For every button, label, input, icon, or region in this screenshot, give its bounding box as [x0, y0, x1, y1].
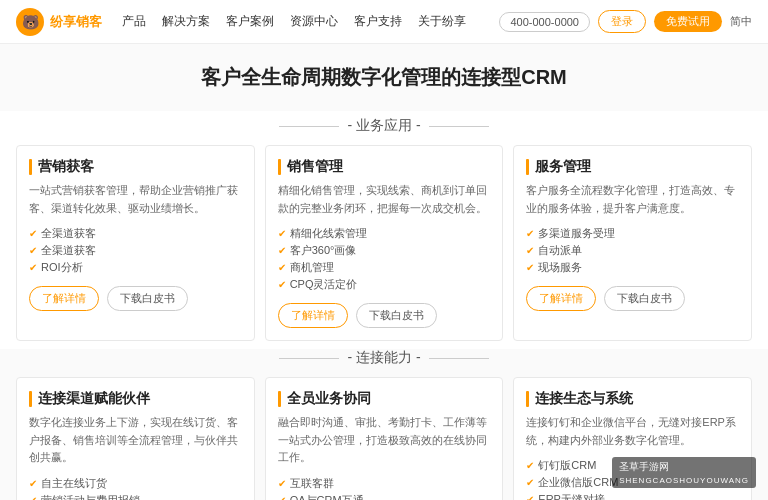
card-sales-bar: [278, 159, 281, 175]
feature-item: ✔互联客群: [278, 475, 491, 492]
nav-item-solution[interactable]: 解决方案: [162, 13, 210, 30]
nav-item-resources[interactable]: 资源中心: [290, 13, 338, 30]
logo-text: 纷享销客: [50, 13, 102, 31]
login-button[interactable]: 登录: [598, 10, 646, 33]
card-marketing-bar: [29, 159, 32, 175]
check-icon: ✔: [526, 477, 534, 488]
card-sales-header: 销售管理: [278, 158, 491, 176]
card-collab-title: 全员业务协同: [287, 390, 371, 408]
hero-section: 客户全生命周期数字化管理的连接型CRM: [0, 44, 768, 111]
card-collab-features: ✔互联客群 ✔OA与CRM互通 ✔社交化工作薄: [278, 475, 491, 500]
card-marketing: 营销获客 一站式营销获客管理，帮助企业营销推广获客、渠道转化效果、驱动业绩增长。…: [16, 145, 255, 341]
feature-item: ✔全渠道获客: [29, 225, 242, 242]
check-icon: ✔: [278, 262, 286, 273]
section1-title: - 业务应用 -: [0, 117, 768, 135]
card-service-header: 服务管理: [526, 158, 739, 176]
check-icon: ✔: [278, 495, 286, 500]
logo-icon: 🐻: [16, 8, 44, 36]
sales-whitebook-button[interactable]: 下载白皮书: [356, 303, 437, 328]
business-cards-grid: 营销获客 一站式营销获客管理，帮助企业营销推广获客、渠道转化效果、驱动业绩增长。…: [0, 145, 768, 341]
feature-item: ✔营销活动与费用报销: [29, 492, 242, 500]
language-selector[interactable]: 简中: [730, 14, 752, 29]
feature-item: ✔CPQ灵活定价: [278, 276, 491, 293]
check-icon: ✔: [278, 279, 286, 290]
card-service-title: 服务管理: [535, 158, 591, 176]
service-detail-button[interactable]: 了解详情: [526, 286, 596, 311]
card-service-features: ✔多渠道服务受理 ✔自动派单 ✔现场服务: [526, 225, 739, 276]
check-icon: ✔: [29, 262, 37, 273]
feature-item: ✔客户360°画像: [278, 242, 491, 259]
check-icon: ✔: [526, 228, 534, 239]
feature-item: ✔商机管理: [278, 259, 491, 276]
nav-item-cases[interactable]: 客户案例: [226, 13, 274, 30]
card-collab-header: 全员业务协同: [278, 390, 491, 408]
service-whitebook-button[interactable]: 下载白皮书: [604, 286, 685, 311]
check-icon: ✔: [29, 245, 37, 256]
check-icon: ✔: [526, 494, 534, 500]
check-icon: ✔: [29, 478, 37, 489]
trial-button[interactable]: 免费试用: [654, 11, 722, 32]
card-ecosystem-header: 连接生态与系统: [526, 390, 739, 408]
card-collab-desc: 融合即时沟通、审批、考勤打卡、工作薄等一站式办公管理，打造极致高效的在线协同工作…: [278, 414, 491, 467]
card-channel: 连接渠道赋能伙伴 数字化连接业务上下游，实现在线订货、客户报备、销售培训等全流程…: [16, 377, 255, 500]
watermark-subtext: SHENGCAOSHOUYOUWANG: [619, 476, 749, 485]
card-service-actions: 了解详情 下载白皮书: [526, 286, 739, 311]
nav-item-about[interactable]: 关于纷享: [418, 13, 466, 30]
check-icon: ✔: [29, 495, 37, 500]
nav-links: 产品 解决方案 客户案例 资源中心 客户支持 关于纷享: [122, 13, 466, 30]
check-icon: ✔: [278, 478, 286, 489]
navbar-right: 400-000-0000 登录 免费试用 简中: [499, 10, 752, 33]
card-sales-desc: 精细化销售管理，实现线索、商机到订单回款的完整业务闭环，把握每一次成交机会。: [278, 182, 491, 217]
feature-item: ✔OA与CRM互通: [278, 492, 491, 500]
card-channel-features: ✔自主在线订货 ✔营销活动与费用报销 ✔渠道培训词汇: [29, 475, 242, 500]
feature-item: ✔全渠道获客: [29, 242, 242, 259]
navbar: 🐻 纷享销客 产品 解决方案 客户案例 资源中心 客户支持 关于纷享 400-0…: [0, 0, 768, 44]
card-service-desc: 客户服务全流程数字化管理，打造高效、专业的服务体验，提升客户满意度。: [526, 182, 739, 217]
card-channel-desc: 数字化连接业务上下游，实现在线订货、客户报备、销售培训等全流程管理，与伙伴共创共…: [29, 414, 242, 467]
feature-item: ✔ERP无缝对接: [526, 491, 739, 500]
card-service: 服务管理 客户服务全流程数字化管理，打造高效、专业的服务体验，提升客户满意度。 …: [513, 145, 752, 341]
card-sales: 销售管理 精细化销售管理，实现线索、商机到订单回款的完整业务闭环，把握每一次成交…: [265, 145, 504, 341]
card-channel-header: 连接渠道赋能伙伴: [29, 390, 242, 408]
card-marketing-desc: 一站式营销获客管理，帮助企业营销推广获客、渠道转化效果、驱动业绩增长。: [29, 182, 242, 217]
feature-item: ✔现场服务: [526, 259, 739, 276]
check-icon: ✔: [29, 228, 37, 239]
check-icon: ✔: [526, 460, 534, 471]
section2-title: - 连接能力 -: [0, 349, 768, 367]
section-business: - 业务应用 - 营销获客 一站式营销获客管理，帮助企业营销推广获客、渠道转化效…: [0, 117, 768, 341]
phone-button[interactable]: 400-000-0000: [499, 12, 590, 32]
sales-detail-button[interactable]: 了解详情: [278, 303, 348, 328]
card-channel-bar: [29, 391, 32, 407]
card-marketing-header: 营销获客: [29, 158, 242, 176]
feature-item: ✔自主在线订货: [29, 475, 242, 492]
card-ecosystem-bar: [526, 391, 529, 407]
marketing-whitebook-button[interactable]: 下载白皮书: [107, 286, 188, 311]
feature-item: ✔精细化线索管理: [278, 225, 491, 242]
card-service-bar: [526, 159, 529, 175]
check-icon: ✔: [278, 245, 286, 256]
feature-item: ✔自动派单: [526, 242, 739, 259]
card-ecosystem-title: 连接生态与系统: [535, 390, 633, 408]
card-sales-features: ✔精细化线索管理 ✔客户360°画像 ✔商机管理 ✔CPQ灵活定价: [278, 225, 491, 293]
card-marketing-actions: 了解详情 下载白皮书: [29, 286, 242, 311]
card-channel-title: 连接渠道赋能伙伴: [38, 390, 150, 408]
watermark: 圣草手游网 SHENGCAOSHOUYOUWANG: [612, 457, 756, 488]
card-sales-title: 销售管理: [287, 158, 343, 176]
card-collab-bar: [278, 391, 281, 407]
feature-item: ✔ROI分析: [29, 259, 242, 276]
card-marketing-features: ✔全渠道获客 ✔全渠道获客 ✔ROI分析: [29, 225, 242, 276]
card-collab: 全员业务协同 融合即时沟通、审批、考勤打卡、工作薄等一站式办公管理，打造极致高效…: [265, 377, 504, 500]
logo-area: 🐻 纷享销客: [16, 8, 102, 36]
nav-item-support[interactable]: 客户支持: [354, 13, 402, 30]
nav-item-product[interactable]: 产品: [122, 13, 146, 30]
check-icon: ✔: [526, 262, 534, 273]
check-icon: ✔: [526, 245, 534, 256]
card-marketing-title: 营销获客: [38, 158, 94, 176]
navbar-left: 🐻 纷享销客 产品 解决方案 客户案例 资源中心 客户支持 关于纷享: [16, 8, 466, 36]
card-sales-actions: 了解详情 下载白皮书: [278, 303, 491, 328]
hero-title: 客户全生命周期数字化管理的连接型CRM: [0, 64, 768, 91]
watermark-text: 圣草手游网: [619, 461, 669, 472]
marketing-detail-button[interactable]: 了解详情: [29, 286, 99, 311]
feature-item: ✔多渠道服务受理: [526, 225, 739, 242]
check-icon: ✔: [278, 228, 286, 239]
